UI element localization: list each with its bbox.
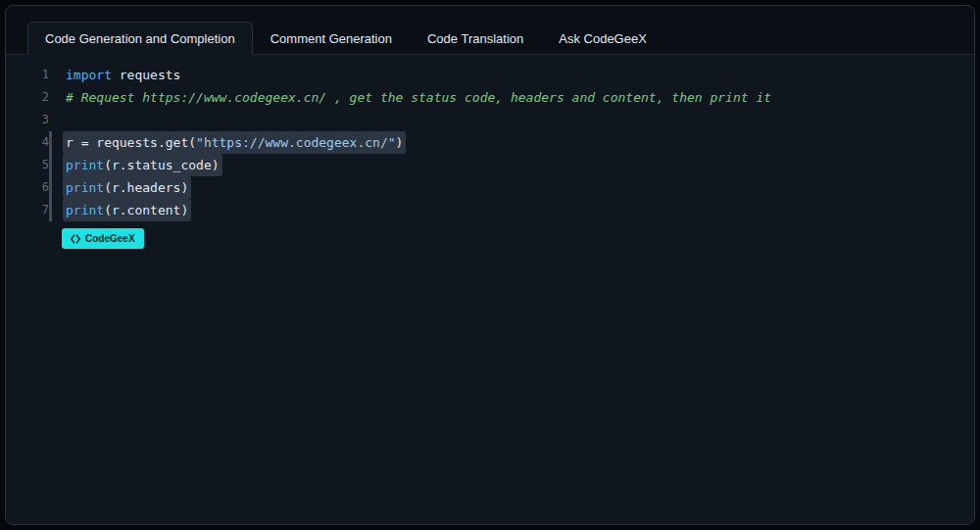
codegeex-badge-label: CodeGeeX: [85, 233, 135, 244]
code-line-content: print(r.content): [49, 199, 974, 221]
code-editor[interactable]: 1import requests2# Request https://www.c…: [6, 55, 974, 524]
code-line-content: import requests: [49, 64, 974, 86]
code-line[interactable]: 2# Request https://www.codegeex.cn/ , ge…: [6, 86, 974, 109]
tab-comment-generation[interactable]: Comment Generation: [253, 22, 410, 55]
tab-code-translation[interactable]: Code Translation: [410, 22, 541, 55]
code-line-content: [49, 109, 974, 131]
codegeex-logo-icon: [71, 234, 80, 244]
code-line-content: print(r.headers): [49, 176, 974, 199]
line-number: 3: [6, 109, 49, 131]
codegeex-badge-button[interactable]: CodeGeeX: [62, 228, 144, 249]
tab-label: Code Generation and Completion: [45, 31, 235, 46]
tab-bar: Code Generation and Completion Comment G…: [6, 6, 974, 55]
line-number: 5: [6, 154, 49, 176]
code-line-content: print(r.status_code): [49, 154, 974, 176]
line-number: 6: [6, 176, 49, 199]
code-line-content: r = requests.get("https://www.codegeex.c…: [49, 131, 974, 154]
tab-ask-codegeex[interactable]: Ask CodeGeeX: [541, 22, 664, 55]
tab-label: Comment Generation: [270, 31, 392, 46]
code-line[interactable]: 1import requests: [6, 64, 974, 86]
line-number: 2: [6, 86, 49, 109]
code-line[interactable]: 7print(r.content): [6, 199, 974, 221]
code-line-content: # Request https://www.codegeex.cn/ , get…: [49, 86, 974, 109]
line-number: 4: [6, 131, 49, 154]
code-line[interactable]: 4r = requests.get("https://www.codegeex.…: [6, 131, 974, 154]
app-panel: Code Generation and Completion Comment G…: [5, 5, 975, 525]
code-line[interactable]: 5print(r.status_code): [6, 154, 974, 176]
tab-label: Ask CodeGeeX: [559, 31, 647, 46]
tab-label: Code Translation: [427, 31, 523, 46]
code-line[interactable]: 6print(r.headers): [6, 176, 974, 199]
code-line[interactable]: 3: [6, 109, 974, 131]
tab-code-generation-and-completion[interactable]: Code Generation and Completion: [27, 22, 253, 55]
line-number: 1: [6, 64, 49, 86]
line-number: 7: [6, 199, 49, 221]
code-lines: 1import requests2# Request https://www.c…: [6, 64, 974, 221]
